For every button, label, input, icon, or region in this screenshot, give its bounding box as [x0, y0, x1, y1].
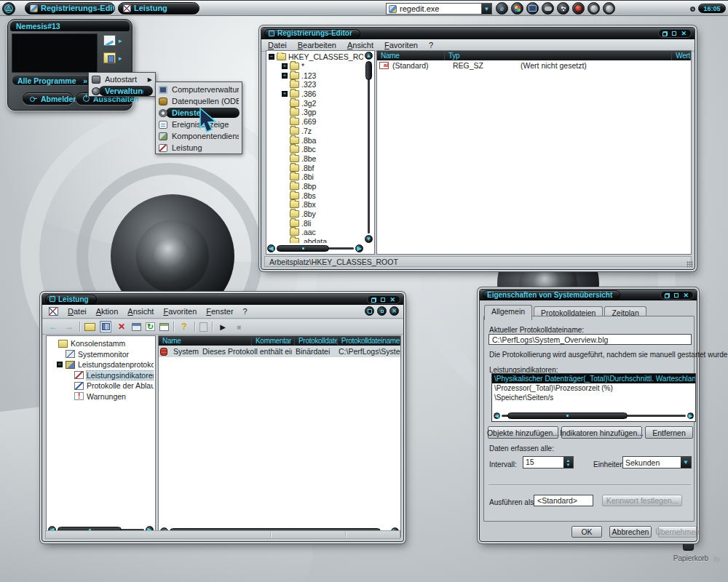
expand-box[interactable]: + — [282, 73, 288, 79]
maximize-icon[interactable] — [672, 31, 676, 36]
show-panes-icon[interactable] — [100, 321, 111, 332]
refresh-icon[interactable]: ↻ — [146, 322, 155, 331]
logoff-button[interactable]: Abmelden — [23, 92, 74, 105]
menu-item[interactable]: Ansicht — [127, 307, 154, 316]
(Standard)[interactable]: ab (Standard) REG_SZ (Wert nicht gesetzt… — [377, 60, 691, 71]
close-icon[interactable]: ✕ — [683, 293, 689, 298]
monitor-icon[interactable] — [526, 2, 539, 15]
start-logo-button[interactable] — [2, 2, 15, 15]
address-combobox[interactable]: regedit.exe ▼ — [386, 3, 492, 15]
combobox-dropdown-button[interactable]: ▼ — [481, 4, 491, 14]
column-header[interactable]: Name — [377, 51, 445, 60]
page-icon[interactable] — [199, 322, 207, 332]
up-folder-icon[interactable] — [84, 323, 95, 331]
restore-icon[interactable] — [665, 293, 670, 298]
interval-value[interactable]: 15 — [523, 457, 563, 468]
sphere-dots-icon[interactable] — [557, 2, 569, 15]
menu-item[interactable]: Bearbeiten — [298, 41, 336, 49]
registry-key[interactable]: + .8by — [267, 210, 363, 219]
file-name-field[interactable]: C:\PerfLogs\System_Overview.blg — [488, 334, 692, 345]
Systemü...[interactable]: Systemü... Dieses Protokoll enthält eine… — [159, 346, 400, 357]
column-header[interactable]: Protokolldatei — [295, 336, 338, 346]
regedit-titlebar[interactable]: Registrierungs-Editor ✕ — [261, 28, 695, 39]
menu-item-leistung[interactable]: Leistung — [156, 142, 242, 154]
registry-key[interactable]: + .8bs — [267, 191, 363, 200]
registry-key[interactable]: + .aac — [267, 228, 363, 237]
recycle-bin-label[interactable]: Papierkorb — [667, 554, 715, 562]
counters-listbox[interactable]: \Physikalischer Datenträger(_Total)\Durc… — [491, 373, 696, 422]
column-header[interactable]: Kommentar — [252, 336, 295, 346]
registry-root-key[interactable]: − HKEY_CLASSES_ROOT — [267, 52, 363, 62]
maximize-icon[interactable] — [381, 298, 385, 302]
registry-key[interactable]: + .669 — [267, 117, 363, 127]
collapse-box[interactable]: − — [269, 54, 274, 60]
registry-key[interactable]: + .3g2 — [267, 98, 363, 108]
help-icon[interactable]: ? — [178, 321, 190, 332]
scrollbar-thumb[interactable] — [507, 412, 628, 419]
tray-collapse-dot[interactable] — [690, 7, 695, 12]
counters-horizontal-scrollbar[interactable]: ◀ ▶ — [494, 411, 694, 420]
stop-log-icon[interactable]: ■ — [233, 321, 245, 332]
dropdown-arrow-icon[interactable]: ▼ — [681, 457, 691, 468]
menu-item-datenquellen[interactable]: Datenquellen (ODBC) — [156, 95, 242, 107]
registry-key[interactable]: + .8bf — [267, 163, 363, 172]
counter-item[interactable]: \Prozessor(_Total)\Prozessorzeit (%) — [492, 383, 695, 393]
cancel-button[interactable]: Abbrechen — [609, 526, 652, 538]
separator[interactable] — [212, 322, 213, 332]
tree-vertical-scrollbar[interactable]: ▲ ▼ — [364, 52, 373, 243]
restore-icon[interactable] — [372, 298, 376, 302]
expand-box[interactable]: + — [282, 91, 288, 97]
forward-icon[interactable]: → — [63, 321, 75, 332]
close-icon[interactable]: ✕ — [681, 31, 687, 36]
run-as-field[interactable]: <Standard> — [534, 495, 593, 506]
apply-button[interactable]: Übernehmen — [658, 526, 697, 538]
red-player-icon[interactable] — [572, 2, 585, 15]
registry-key[interactable]: + .8bp — [267, 182, 363, 191]
scrollbar-thumb[interactable] — [277, 245, 329, 252]
column-header[interactable]: Protokolldateiname — [338, 336, 400, 346]
registry-key[interactable]: + .8ba — [267, 135, 363, 145]
close-icon[interactable]: ✕ — [389, 298, 395, 302]
menu-item-autostart[interactable]: Autostart ▶ — [89, 73, 155, 85]
tree-item[interactable]: − Warnungen — [48, 391, 154, 402]
scroll-right-icon[interactable]: ▶ — [355, 244, 363, 252]
cloud-icon[interactable] — [542, 2, 554, 15]
performance-titlebar[interactable]: Leistung ✕ — [42, 294, 403, 305]
menu-item[interactable]: ? — [429, 41, 433, 49]
menu-item-computerverwaltung[interactable]: Computerverwaltung — [156, 84, 242, 95]
recycle-bin-icon[interactable] — [683, 541, 694, 551]
tree-item[interactable]: − Leistungsindikatorenprotoko — [48, 370, 154, 381]
collapse-box[interactable]: − — [57, 362, 63, 367]
registry-key[interactable]: + .3gp — [267, 108, 363, 117]
tree-horizontal-scrollbar[interactable]: ◀ ▶ — [267, 244, 363, 253]
tree-item[interactable]: − Protokolle der Ablaufverfolg — [48, 380, 154, 391]
tree-item[interactable]: − Leistungsdatenprotokolle und W — [48, 359, 154, 370]
registry-key[interactable]: + .123 — [267, 71, 363, 80]
resize-grip[interactable] — [687, 261, 693, 268]
back-icon[interactable]: ← — [47, 321, 59, 332]
registry-key[interactable]: + .8bx — [267, 200, 363, 210]
maximize-icon[interactable] — [674, 293, 678, 298]
tab-allgemein[interactable]: Allgemein — [484, 305, 532, 320]
browser-icon[interactable]: e — [496, 2, 508, 15]
separator[interactable] — [173, 322, 174, 332]
mdi-restore-icon[interactable] — [365, 306, 374, 316]
scroll-left-icon[interactable]: ◀ — [494, 412, 500, 419]
counter-item[interactable]: \Physikalischer Datenträger(_Total)\Durc… — [492, 374, 695, 383]
tree-item[interactable]: − Systemmonitor — [48, 349, 154, 360]
registry-key[interactable]: + .abdata — [267, 237, 363, 243]
new-window-icon[interactable] — [159, 323, 169, 331]
start-log-icon[interactable]: ▶ — [217, 321, 229, 332]
taskbar-button-leistung[interactable]: Leistung — [118, 2, 199, 15]
expand-box[interactable]: + — [282, 63, 288, 69]
menu-item[interactable]: Fenster — [206, 307, 233, 316]
scroll-up-icon[interactable]: ▲ — [365, 52, 373, 60]
scroll-right-icon[interactable]: ▶ — [687, 412, 694, 419]
tree-item[interactable]: − Konsolenstamm — [48, 338, 154, 349]
start-menu-side-item[interactable]: ▸ — [103, 52, 122, 63]
units-dropdown[interactable]: Sekunden ▼ — [622, 456, 692, 469]
menu-item[interactable]: Datei — [68, 307, 87, 316]
colors-icon[interactable] — [511, 2, 523, 15]
mdi-close-icon[interactable]: ✕ — [389, 306, 399, 316]
registry-key[interactable]: + .323 — [267, 80, 363, 89]
